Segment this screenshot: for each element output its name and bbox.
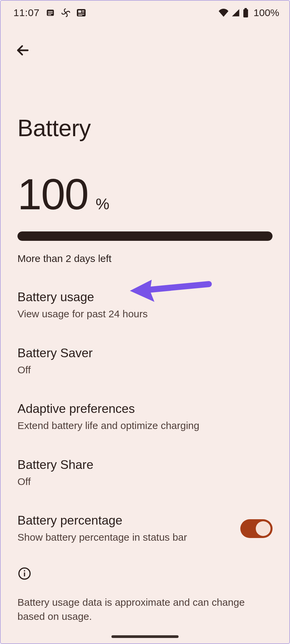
status-bar-left: 11:07 [13,7,86,18]
svg-rect-8 [78,14,84,14]
row-title: Adaptive preferences [17,401,199,417]
page-title: Battery [1,64,289,142]
row-subtitle: View usage for past 24 hours [17,307,148,321]
battery-level-unit: % [96,195,109,213]
svg-rect-2 [48,13,53,13]
battery-hero: 100 % More than 2 days left [1,142,289,264]
row-subtitle: Extend battery life and optimize chargin… [17,419,199,433]
row-title: Battery Share [17,457,93,473]
row-title: Battery percentage [17,513,187,529]
svg-rect-9 [78,15,82,16]
svg-rect-1 [48,11,53,12]
footer-note: Battery usage data is approximate and ca… [1,556,289,624]
battery-level: 100 % [17,172,273,216]
info-icon [17,567,32,581]
row-battery-saver[interactable]: Battery Saver Off [1,333,289,389]
settings-list: Battery usage View usage for past 24 hou… [1,264,289,556]
svg-rect-6 [82,10,84,11]
status-bar: 11:07 100% [1,1,289,25]
row-title: Battery Saver [17,345,93,361]
svg-rect-7 [82,12,84,12]
svg-point-14 [24,570,25,572]
battery-level-value: 100 [17,172,88,216]
battery-icon [243,8,249,17]
news-icon [77,9,86,17]
status-bar-right: 100% [219,7,279,18]
svg-rect-11 [245,8,247,10]
pinwheel-icon [61,8,70,17]
row-subtitle: Off [17,475,93,489]
status-battery-pct: 100% [253,7,279,18]
footer-text: Battery usage data is approximate and ca… [17,595,273,624]
message-icon [46,8,55,17]
svg-rect-3 [48,14,51,15]
row-battery-share[interactable]: Battery Share Off [1,445,289,501]
row-subtitle: Show battery percentage in status bar [17,531,187,544]
toolbar [1,25,289,64]
svg-rect-10 [243,9,248,18]
svg-rect-5 [78,10,81,13]
row-battery-usage[interactable]: Battery usage View usage for past 24 hou… [1,277,289,333]
cellular-icon [231,9,240,17]
status-time: 11:07 [13,7,40,18]
row-title: Battery usage [17,289,148,305]
battery-time-remaining: More than 2 days left [17,253,273,264]
row-subtitle: Off [17,363,93,377]
battery-progress-bar [17,231,273,241]
battery-progress-fill [17,231,273,241]
navigation-handle[interactable] [111,635,179,638]
back-button[interactable] [13,40,33,60]
toggle-knob [256,521,271,536]
row-battery-percentage[interactable]: Battery percentage Show battery percenta… [1,500,289,556]
row-adaptive-preferences[interactable]: Adaptive preferences Extend battery life… [1,389,289,445]
battery-percentage-toggle[interactable] [240,519,273,538]
screen-root: 11:07 100% [0,0,290,644]
wifi-icon [219,9,229,17]
